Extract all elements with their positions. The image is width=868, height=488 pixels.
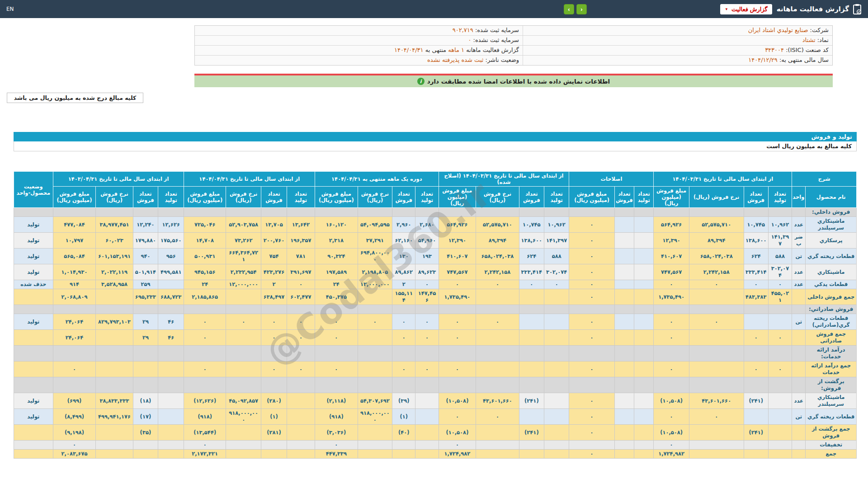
table-cell xyxy=(689,330,744,346)
table-cell xyxy=(287,393,315,409)
table-cell xyxy=(614,249,634,264)
table-cell: ۰ xyxy=(689,280,744,289)
table-cell xyxy=(689,361,744,377)
table-cell: جمع برگشت از فروش xyxy=(806,425,857,441)
table-cell: قطعات ریخته گري xyxy=(806,409,857,425)
table-cell xyxy=(358,346,392,361)
table-cell: (۲۴۱) xyxy=(744,425,768,441)
table-cell xyxy=(634,330,654,346)
table-cell: ۰ xyxy=(415,330,439,346)
table-cell: (۱۸) xyxy=(133,393,158,409)
table-cell: ۰ xyxy=(315,441,358,450)
table-cell: جمع درآمد ارائه خدمات xyxy=(806,361,857,377)
table-cell xyxy=(315,305,358,314)
table-cell xyxy=(392,450,415,459)
table-cell: ۶۳۸,۴۹۷ xyxy=(261,289,287,305)
table-cell: قطعات ریخته گري(صادراتي) xyxy=(806,314,857,330)
table-cell: فروش داخلي: xyxy=(806,208,857,217)
table-cell xyxy=(744,208,768,217)
table-cell: ۶۰۱,۱۵۳,۱۹۱ xyxy=(96,249,133,264)
clipboard-icon xyxy=(853,4,862,14)
table-cell xyxy=(476,208,519,217)
table-cell: ۰ xyxy=(476,314,519,330)
table-cell: ۰ xyxy=(261,330,287,346)
table-cell xyxy=(226,208,261,217)
table-cell xyxy=(358,330,392,346)
table-cell xyxy=(519,289,544,305)
table-cell xyxy=(744,377,768,393)
table-cell: ۶۹۴,۸۰۰,۰۰۰ xyxy=(358,249,392,264)
table-cell: ۰ xyxy=(392,314,415,330)
table-cell xyxy=(689,289,744,305)
section-banner-production-sales: تولید و فروش xyxy=(14,132,857,141)
table-cell: ۶۵۸,۰۲۴,۰۳۸ xyxy=(476,249,519,264)
column-header: تعداد تولید xyxy=(768,187,792,208)
table-cell: (۱۰,۵۰۸) xyxy=(654,393,689,409)
table-cell: (۲۴۱) xyxy=(744,393,768,409)
table-cell xyxy=(544,305,569,314)
next-report-button[interactable]: › xyxy=(564,4,574,14)
table-cell xyxy=(415,441,439,450)
table-cell: ۱۳۸,۶۰۰ xyxy=(519,233,544,249)
table-cell xyxy=(287,409,315,425)
table-cell: ۲ xyxy=(261,280,287,289)
table-cell xyxy=(744,450,768,459)
column-header: تعداد تولید xyxy=(415,187,439,208)
table-cell: ۰ xyxy=(744,330,768,346)
table-cell: ۰ xyxy=(569,425,615,441)
table-cell xyxy=(133,305,158,314)
table-cell xyxy=(792,377,806,393)
table-cell: ۱۵۵,۱۱۴ xyxy=(392,289,415,305)
table-cell: ۷۳,۲۶۲ xyxy=(226,233,261,249)
table-cell xyxy=(634,314,654,330)
table-cell xyxy=(614,217,634,233)
table-cell xyxy=(792,305,806,314)
column-header: مبلغ فروش (میلیون ریال) xyxy=(569,187,615,208)
column-header: وضعیت محصول-واحد xyxy=(14,172,53,208)
table-row: قطعات ریخته گريتن۰۰۰۰۰(۱)۹۱۸,۰۰۰,۰۰۰(۹۱۸… xyxy=(14,409,857,425)
table-cell: ۳۰۲,۰۷۴ xyxy=(768,264,792,280)
language-switch-en[interactable]: EN xyxy=(6,6,14,12)
table-cell: ۴۵۵,۰۲۱ xyxy=(768,289,792,305)
section-row: فروش صادراتي: xyxy=(14,305,857,314)
table-cell: ۲۹ xyxy=(133,314,158,330)
table-cell xyxy=(634,450,654,459)
table-cell: ۰ xyxy=(519,280,544,289)
table-cell: ۳۷,۲۹۱ xyxy=(358,233,392,249)
table-cell xyxy=(569,208,615,217)
table-cell xyxy=(261,208,287,217)
table-cell xyxy=(689,305,744,314)
table-cell xyxy=(634,425,654,441)
table-cell: ۱۳,۷۰۵ xyxy=(261,217,287,233)
table-cell: قطعات یدکي xyxy=(806,280,857,289)
table-cell: (۳۹) xyxy=(392,393,415,409)
table-cell xyxy=(96,425,133,441)
table-cell: ۲,۱۷۲,۳۲۱ xyxy=(184,450,226,459)
table-cell: ۴۷۷,۰۸۴ xyxy=(53,217,96,233)
table-cell xyxy=(792,208,806,217)
table-cell: (۸,۴۹۹) xyxy=(53,409,96,425)
table-cell xyxy=(476,377,519,393)
table-row: پرسکاريضرب۱۴۱,۳۹۷۱۳۸,۶۰۰۸۹,۳۹۴۱۲,۳۹۰۰۱۴۱… xyxy=(14,233,857,249)
table-cell xyxy=(439,377,476,393)
table-cell: ۸۹,۳۹۴ xyxy=(689,233,744,249)
table-cell: (۱۳,۵۴۴) xyxy=(184,425,226,441)
table-cell: ۱,۰۱۴,۹۳۰ xyxy=(53,264,96,280)
table-cell: ۰ xyxy=(654,409,689,425)
table-cell xyxy=(158,450,184,459)
prev-report-button[interactable]: ‹ xyxy=(576,4,587,14)
table-cell xyxy=(14,361,53,377)
company-info-cell: سرمایه ثبت نشده: ۰ xyxy=(195,36,523,45)
table-cell: عدد xyxy=(792,217,806,233)
table-cell: ۰ xyxy=(569,233,615,249)
table-cell xyxy=(96,346,133,361)
table-cell xyxy=(569,346,615,361)
table-cell: ۰ xyxy=(287,280,315,289)
table-cell: ۰ xyxy=(654,361,689,377)
table-cell xyxy=(544,289,569,305)
table-cell xyxy=(96,330,133,346)
table-cell xyxy=(96,289,133,305)
table-cell xyxy=(614,346,634,361)
report-type-dropdown[interactable]: گزارش فعالیت ▼ xyxy=(720,4,772,14)
table-cell: ۵۲,۵۷۵,۷۱۰ xyxy=(476,217,519,233)
